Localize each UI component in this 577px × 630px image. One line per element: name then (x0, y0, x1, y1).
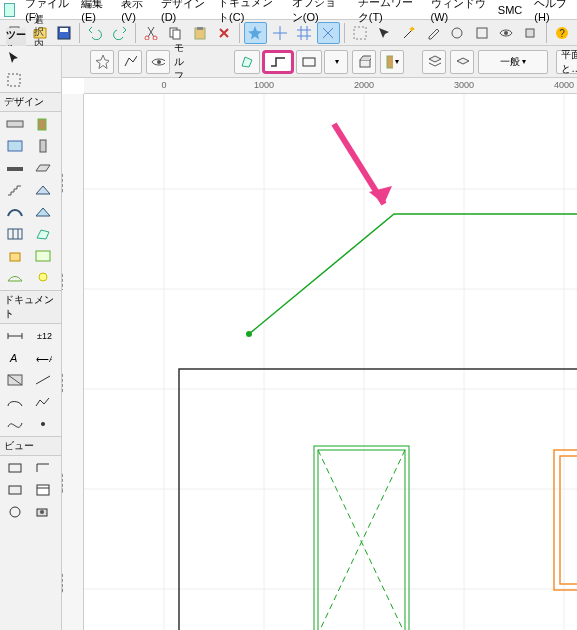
camera-tool[interactable] (29, 501, 57, 523)
guides-button[interactable] (269, 22, 291, 44)
fill-tool[interactable] (1, 369, 29, 391)
door-opening[interactable] (314, 446, 409, 630)
ruler-v-tick: 2000 (62, 469, 69, 489)
level-dim-tool[interactable]: ±12 (29, 325, 57, 347)
slab-tool[interactable] (29, 157, 57, 179)
tool-misc-2[interactable] (470, 22, 492, 44)
layer-single-icon (455, 54, 469, 70)
layer-button-2[interactable] (450, 50, 474, 74)
delete-button[interactable] (213, 22, 235, 44)
ruler-h-tick: 4000 (554, 80, 574, 90)
column-tool[interactable] (29, 135, 57, 157)
detail-tool[interactable] (1, 501, 29, 523)
suspend-groups-button[interactable] (349, 22, 371, 44)
ruler-v-tick: 4000 (62, 269, 69, 289)
svg-rect-48 (9, 486, 21, 494)
label-tool[interactable]: ⟵A1 (29, 347, 57, 369)
snap-toggle-button[interactable] (244, 22, 266, 44)
geometry-rect-button[interactable] (296, 50, 322, 74)
visibility-button[interactable] (146, 50, 170, 74)
svg-rect-49 (37, 485, 49, 495)
magic-wand-button[interactable] (397, 22, 419, 44)
svg-point-4 (153, 36, 157, 40)
cut-button[interactable] (140, 22, 162, 44)
pick-button[interactable] (373, 22, 395, 44)
worksheet-tool[interactable] (29, 479, 57, 501)
menu-bar: ファイル(F) 編集(E) 表示(V) デザイン(D) ドキュメント(C) オプ… (0, 0, 577, 20)
layer-dropdown[interactable]: 一般 (478, 50, 548, 74)
svg-rect-20 (303, 58, 315, 66)
drawing-viewport[interactable] (84, 94, 577, 630)
morph-tool[interactable] (29, 223, 57, 245)
menu-smc[interactable]: SMC (492, 2, 528, 18)
spline-tool[interactable] (1, 413, 29, 435)
eyedropper-button[interactable] (422, 22, 444, 44)
lamp-tool[interactable] (29, 267, 57, 289)
section-design: デザイン (0, 92, 61, 112)
svg-rect-25 (38, 119, 46, 130)
window-tool[interactable] (1, 135, 29, 157)
tool-misc-3[interactable] (519, 22, 541, 44)
favorites-button[interactable] (90, 50, 114, 74)
orange-frame[interactable] (554, 450, 577, 590)
texture-icon (385, 54, 393, 70)
dimension-tool[interactable] (1, 325, 29, 347)
curtainwall-tool[interactable] (1, 223, 29, 245)
element-type-label: モルフ (174, 41, 186, 83)
polyline-tool[interactable] (29, 391, 57, 413)
beam-tool[interactable] (1, 157, 29, 179)
arc-tool[interactable] (1, 391, 29, 413)
element-settings-button[interactable] (118, 50, 142, 74)
skylight-tool[interactable] (29, 201, 57, 223)
svg-text:⟵A1: ⟵A1 (36, 354, 52, 364)
line-tool[interactable] (29, 369, 57, 391)
svg-point-14 (504, 31, 508, 35)
layer-button-1[interactable] (422, 50, 446, 74)
zone-tool[interactable] (29, 245, 57, 267)
ruler-v-tick: 3000 (62, 369, 69, 389)
svg-rect-22 (387, 56, 393, 68)
roof-tool[interactable] (29, 179, 57, 201)
mesh-tool[interactable] (1, 267, 29, 289)
geometry-poly-button[interactable] (234, 50, 260, 74)
grid-button[interactable] (293, 22, 315, 44)
interior-elev-tool[interactable] (1, 479, 29, 501)
ruler-h-tick: 3000 (454, 80, 474, 90)
tool-misc-1[interactable] (446, 22, 468, 44)
marquee-tool[interactable] (1, 69, 60, 91)
canvas-area: 0 1000 2000 3000 4000 5000 4000 3000 200… (62, 78, 577, 630)
object-tool[interactable] (1, 245, 29, 267)
door-tool[interactable] (29, 113, 57, 135)
eye-icon (151, 54, 165, 70)
wall-tool[interactable] (1, 113, 29, 135)
svg-rect-47 (9, 464, 21, 472)
morph-node[interactable] (246, 331, 252, 337)
svg-rect-15 (526, 29, 534, 37)
shell-tool[interactable] (1, 201, 29, 223)
arrow-tool[interactable] (1, 47, 60, 69)
save-button[interactable] (53, 22, 75, 44)
snap-perp-button[interactable] (317, 22, 339, 44)
extrude-button[interactable] (352, 50, 376, 74)
help-button[interactable]: ? (550, 22, 572, 44)
texture-button[interactable] (380, 50, 404, 74)
redo-button[interactable] (108, 22, 130, 44)
paste-button[interactable] (188, 22, 210, 44)
hotspot-tool[interactable] (29, 413, 57, 435)
show-all-button[interactable] (495, 22, 517, 44)
section-tool[interactable] (1, 457, 29, 479)
text-tool[interactable]: A (1, 347, 29, 369)
ruler-horizontal: 0 1000 2000 3000 4000 (84, 78, 577, 94)
svg-line-45 (36, 376, 50, 384)
view-dropdown[interactable]: 平面図と… (556, 50, 577, 74)
section-document: ドキュメント (0, 290, 61, 324)
ruler-vertical: 5000 4000 3000 2000 1000 (62, 94, 84, 630)
undo-button[interactable] (84, 22, 106, 44)
geometry-more-button[interactable] (324, 50, 348, 74)
morph-edge[interactable] (249, 214, 577, 339)
stair-tool[interactable] (1, 179, 29, 201)
geometry-step-button[interactable] (262, 50, 294, 74)
elevation-tool[interactable] (29, 457, 57, 479)
rect-icon (301, 54, 317, 70)
step-line-icon (269, 54, 287, 70)
